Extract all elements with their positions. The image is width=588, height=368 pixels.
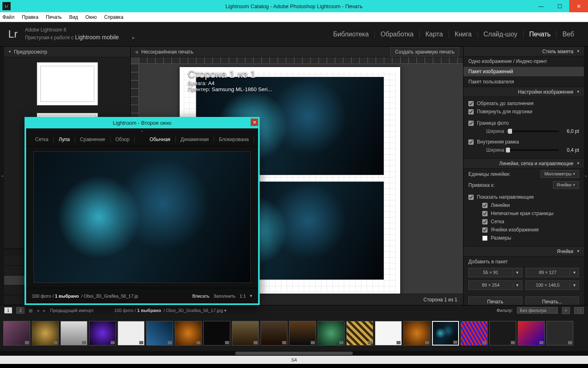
- cb-show-guides[interactable]: Показать направляющие: [468, 193, 579, 201]
- preview-thumb[interactable]: [37, 62, 98, 105]
- screen-1-badge[interactable]: 1: [4, 307, 12, 314]
- size-btn-89x254[interactable]: 89 × 254▾: [468, 280, 522, 290]
- filmstrip-thumb[interactable]: [175, 321, 202, 346]
- filmstrip-thumb[interactable]: [32, 321, 59, 346]
- menu-view[interactable]: Вид: [69, 14, 78, 20]
- prev-import-label[interactable]: Предыдущий импорт: [50, 308, 94, 313]
- size-btn-89x127[interactable]: 89 × 127▾: [526, 268, 579, 277]
- sw-ratio-button[interactable]: 1:1: [240, 294, 246, 298]
- filter-select[interactable]: Без фильтра: [517, 307, 558, 314]
- sw-mode-locked[interactable]: Блокирована: [214, 137, 254, 142]
- section-image-settings[interactable]: Настройки изображения▼: [463, 87, 584, 97]
- slider-inner-width[interactable]: Ширина 0,4 pt: [468, 146, 579, 154]
- menu-file[interactable]: Файл: [2, 14, 15, 20]
- chevron-down-icon[interactable]: ▾: [250, 293, 252, 298]
- mobile-line[interactable]: Приступая к работе с Lightroom mobile ▸: [25, 34, 135, 42]
- filmstrip-thumb[interactable]: [89, 321, 116, 346]
- sw-fit-button[interactable]: Вписать: [192, 294, 209, 298]
- sw-tab-survey[interactable]: Обзор: [111, 137, 135, 142]
- filmstrip-thumb[interactable]: [60, 321, 87, 346]
- chevron-left-icon[interactable]: ◂: [135, 48, 138, 56]
- ruler-units-select[interactable]: Единицы линейки:Миллиметры: [463, 168, 584, 180]
- chevron-down-icon[interactable]: ▾: [513, 270, 522, 275]
- sw-mode-live[interactable]: Динамичная: [176, 137, 214, 142]
- sw-tab-grid[interactable]: Сетка: [30, 137, 54, 142]
- window-maximize-button[interactable]: ☐: [550, 0, 569, 12]
- cb-nonprint-edges[interactable]: Непечатные края страницы: [468, 209, 579, 218]
- module-web[interactable]: Веб: [557, 31, 580, 38]
- second-window-titlebar[interactable]: Lightroom - Второе окно ✕: [24, 117, 260, 128]
- filmstrip-thumb[interactable]: [3, 321, 30, 346]
- screen-2-badge[interactable]: 2: [16, 307, 24, 314]
- left-panel-toggle[interactable]: ◂: [0, 47, 4, 305]
- sw-tab-compare[interactable]: Сравнение: [75, 137, 111, 142]
- menu-print[interactable]: Печать: [46, 14, 62, 20]
- filmstrip-thumb[interactable]: [318, 321, 345, 346]
- section-layout-style[interactable]: Стиль макета▼: [463, 47, 584, 56]
- layout-style-user[interactable]: Пакет пользователя: [463, 77, 584, 87]
- menu-help[interactable]: Справка: [104, 14, 123, 20]
- cb-image-cells[interactable]: Ячейки изображения: [468, 226, 579, 234]
- slider-border-width[interactable]: Ширина 6,0 pt: [468, 127, 579, 135]
- preview-panel-head[interactable]: ▼ Предпросмотр: [4, 47, 130, 57]
- grid-icon[interactable]: ▦: [29, 308, 33, 313]
- filmstrip-thumb-selected[interactable]: [432, 321, 459, 346]
- second-window-image[interactable]: [26, 146, 258, 288]
- filmstrip-thumb[interactable]: [289, 321, 316, 346]
- size-btn-55x91[interactable]: 55 × 91▾: [468, 268, 522, 277]
- filmstrip[interactable]: [0, 315, 588, 351]
- nav-back-icon[interactable]: ◂: [37, 308, 39, 313]
- create-stored-print-button[interactable]: Создать хранимую печать: [390, 47, 459, 56]
- sw-collapse-top[interactable]: ▴: [26, 128, 258, 132]
- filmstrip-thumb[interactable]: [146, 321, 173, 346]
- second-window[interactable]: Lightroom - Второе окно ✕ ▴ Сетка Лупа С…: [24, 117, 260, 305]
- filmstrip-thumb[interactable]: [203, 321, 230, 346]
- window-close-button[interactable]: ✕: [569, 0, 588, 12]
- filmstrip-thumb[interactable]: [461, 321, 488, 346]
- filmstrip-thumb[interactable]: [518, 321, 545, 346]
- module-library[interactable]: Библиотека: [327, 31, 375, 38]
- size-btn-100x148[interactable]: 100 × 148,5▾: [526, 280, 579, 290]
- filmstrip-thumb[interactable]: [489, 321, 516, 346]
- sw-fill-button[interactable]: Заполнить: [214, 294, 236, 298]
- module-develop[interactable]: Обработка: [375, 31, 420, 38]
- cb-grid[interactable]: Сетка: [468, 218, 579, 226]
- nav-fwd-icon[interactable]: ▸: [43, 308, 46, 313]
- menu-edit[interactable]: Правка: [22, 14, 39, 20]
- module-print[interactable]: Печать: [523, 31, 557, 38]
- window-minimize-button[interactable]: —: [532, 0, 550, 12]
- print-dialog-button[interactable]: Печать...: [526, 296, 579, 305]
- section-cells[interactable]: Ячейки▼: [463, 247, 584, 256]
- module-slideshow[interactable]: Слайд-шоу: [478, 31, 523, 38]
- layout-style-single[interactable]: Одно изображение / Индекс-принт: [463, 56, 584, 67]
- filmstrip-thumb[interactable]: [232, 321, 259, 346]
- second-window-close-button[interactable]: ✕: [251, 119, 258, 126]
- cb-crop-to-fill[interactable]: Обрезать до заполнения: [468, 99, 579, 108]
- section-rulers-grid[interactable]: Линейки, сетка и направляющие▼: [463, 159, 584, 168]
- filter-lock-icon[interactable]: ⬚: [574, 307, 584, 314]
- chevron-down-icon[interactable]: ▾: [570, 283, 579, 288]
- snap-to-select[interactable]: Привязка к:Ячейке: [463, 180, 584, 191]
- sw-tab-loupe[interactable]: Лупа: [54, 137, 75, 142]
- layout-style-package[interactable]: Пакет изображений: [463, 67, 584, 77]
- filter-flag-icon[interactable]: ▿: [562, 307, 570, 314]
- filmstrip-thumb[interactable]: [403, 321, 430, 346]
- filmstrip-thumb[interactable]: [261, 321, 287, 346]
- chevron-down-icon[interactable]: ▾: [570, 270, 579, 275]
- sw-mode-normal[interactable]: Обычная: [145, 137, 176, 142]
- filmstrip-thumb[interactable]: [118, 321, 145, 346]
- print-button[interactable]: Печать: [468, 296, 522, 305]
- module-book[interactable]: Книга: [449, 31, 478, 38]
- cb-inner-frame[interactable]: Внутренняя рамка: [468, 138, 579, 146]
- filmstrip-thumb[interactable]: [375, 321, 402, 346]
- menu-window[interactable]: Окно: [85, 14, 97, 20]
- filmstrip-thumb[interactable]: [546, 321, 573, 346]
- cb-rulers[interactable]: Линейки: [468, 201, 579, 209]
- filmstrip-thumb[interactable]: [346, 321, 373, 346]
- module-map[interactable]: Карта: [420, 31, 449, 38]
- cb-photo-border[interactable]: Граница фото: [468, 119, 579, 127]
- filmstrip-scrollbar[interactable]: [0, 351, 588, 356]
- cb-dimensions[interactable]: Размеры: [468, 234, 579, 242]
- right-panel-toggle[interactable]: ▸: [584, 47, 588, 305]
- chevron-down-icon[interactable]: ▾: [513, 283, 522, 288]
